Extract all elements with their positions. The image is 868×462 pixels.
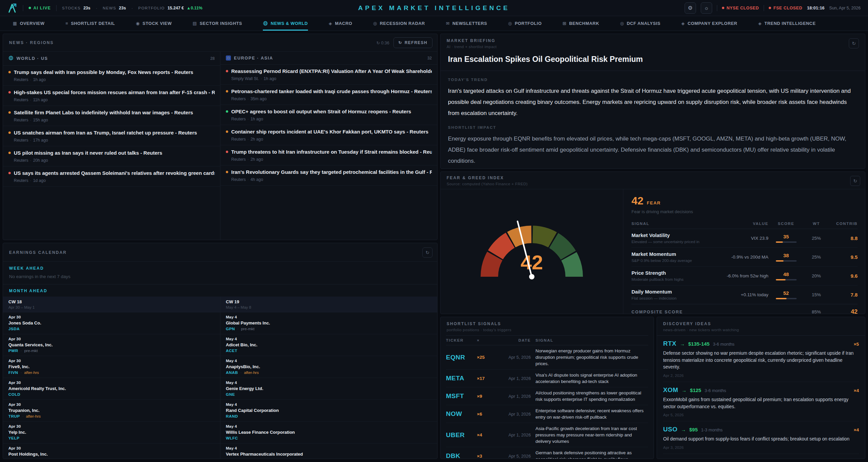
news-item[interactable]: Reassessing Pernod Ricard (ENXTPA:RI) Va… [220,65,437,85]
news-refresh-button[interactable]: ↻REFRESH [394,37,433,48]
news-item[interactable]: US pilot missing as Iran says it never r… [3,146,220,166]
earnings-entry[interactable]: May 4Vertex Pharmaceuticals Incorporated… [220,443,437,459]
news-item[interactable]: US snatches airman from Iran as Trump, I… [3,126,220,146]
shortlist-signal-row[interactable]: META×17Apr 1, 2026Visa's AI dispute tool… [446,369,648,387]
briefing-refresh-button[interactable]: ↻ [849,38,859,48]
tab-label: BENCHMARK [569,21,599,26]
earnings-company: Willis Lease Finance Corporation [226,430,432,435]
earnings-company: Yelp Inc. [8,430,215,435]
earnings-entry[interactable]: Apr 30Five9, Inc.FIVN·after-hrs [3,356,220,378]
signal-multiplier: ×9 [477,394,498,399]
earnings-entry[interactable]: Apr 30Jones Soda Co.JSDA [3,312,220,334]
discovery-ideas-panel: DISCOVERY IDEAS news-driven · new ticker… [657,317,865,459]
earnings-entry[interactable]: Apr 30Post Holdings, Inc.POST·after-hrs [3,443,220,459]
earnings-date: Apr 30 [8,315,215,320]
tab-portfolio[interactable]: ◎PORTFOLIO [508,16,541,31]
shortlist-signal-row[interactable]: NOW×6Apr 3, 2026Enterprise software defe… [446,405,648,423]
idea-ticker: USO [663,426,678,433]
news-source: Reuters [14,118,28,122]
shortlist-impact-text: Energy exposure through EQNR benefits fr… [440,129,865,166]
tab-dcf-analysis[interactable]: ◎DCF ANALYSIS [620,16,660,31]
idea-description: Defense sector showing no war premium de… [663,350,859,371]
fear-greed-body: 42 42 FEAR Fear is driving market decisi… [440,189,865,314]
score-bar-fill [776,279,786,280]
theme-toggle-button[interactable]: ☼ [701,2,712,14]
tab-benchmark[interactable]: ⊞BENCHMARK [562,16,599,31]
gauge-segment [569,256,575,277]
earnings-entry[interactable]: Apr 30Trupanion, Inc.TRUP·after-hrs [3,400,220,422]
news-column-header: EUROPE · ASIA32 [220,52,437,65]
news-item-title: OPEC+ agrees to boost oil output when St… [231,109,411,114]
earnings-entry[interactable]: Apr 30Americold Realty Trust, Inc.COLD [3,378,220,400]
severity-dot-icon [8,91,11,94]
tab-sector-insights[interactable]: ▤SECTOR INSIGHTS [192,16,242,31]
earnings-entry[interactable]: May 4Global Payments Inc.GPN·pre-mkt [220,312,437,334]
earnings-company: Vertex Pharmaceuticals Incorporated [226,452,432,457]
news-item[interactable]: Satellite firm Planet Labs to indefinite… [3,106,220,126]
news-source: Reuters [231,157,246,162]
news-item[interactable]: Container ship reports incident at UAE's… [220,125,437,145]
news-item-title-row: High-stakes US special forces mission re… [8,90,215,95]
earnings-entry[interactable]: Apr 30Yelp Inc.YELP [3,422,220,443]
discovery-idea-card[interactable]: XOM→$1253-6 months×4ExxonMobil gains fro… [663,382,859,421]
news-item-title: Trump says deal with Iran possible by Mo… [14,69,193,75]
discovery-idea-card[interactable]: RTX→$135-1453-6 months×5Defense sector s… [663,336,859,382]
earnings-ticker-line: ANAB·after-hrs [226,370,432,375]
earnings-entry[interactable]: Apr 30Quanta Services, Inc.PWR·pre-mkt [3,334,220,356]
nyse-status: NYSE CLOSED [722,6,759,10]
tab-macro[interactable]: ◈MACRO [329,16,352,31]
tab-company-explorer[interactable]: ◈COMPANY EXPLORER [681,16,737,31]
refresh-icon: ↻ [853,178,857,184]
discovery-idea-card[interactable]: USO→$951-3 months×4Oil demand support fr… [663,421,859,454]
news-source: Reuters [231,137,246,141]
earnings-entry[interactable]: May 4Adicet Bio, Inc.ACET [220,334,437,356]
earnings-ticker: YELP [8,436,20,440]
separator: · [131,5,133,11]
idea-ticker: RTX [663,340,677,347]
settings-button[interactable]: ⚙ [685,2,696,14]
news-regions-panel: NEWS · REGIONS ↻ 0:36 ↻REFRESH WORLD · U… [3,34,437,240]
shortlist-signal-row[interactable]: UBER×4Apr 1, 2026Asia-Pacific growth dec… [446,423,648,447]
shortlist-signal-row[interactable]: DBK×3Apr 5, 2026German bank defensive po… [446,447,648,459]
fear-greed-refresh-button[interactable]: ↻ [850,176,860,186]
news-item[interactable]: Trump says deal with Iran possible by Mo… [3,66,220,86]
news-age: 15h ago [33,118,48,122]
earnings-refresh-button[interactable]: ↻ [423,248,433,258]
news-item[interactable]: Petronas-chartered tanker loaded with Ir… [220,85,437,105]
tab-stock-view[interactable]: ◉STOCK VIEW [136,16,172,31]
composite-weight: 85% [804,309,829,314]
earnings-ticker: ACET [226,348,237,353]
tab-shortlist-detail[interactable]: ≡SHORTLIST DETAIL [65,16,115,31]
earnings-entry[interactable]: May 4Genie Energy Ltd.GNE [220,378,437,400]
earnings-ticker: GNE [226,392,235,397]
globe-icon [263,21,268,26]
earnings-entry[interactable]: May 4Willis Lease Finance CorporationWLF… [220,422,437,443]
news-item[interactable]: US says its agents arrested Qassem Solei… [3,166,220,187]
signal-date: Apr 3, 2026 [498,411,535,417]
tab-news-world[interactable]: NEWS & WORLD [263,16,308,31]
topbar-left: AI LIVE STOCKS23s · NEWS23s · PORTFOLIO1… [7,3,202,13]
tab-trend-intelligence[interactable]: ◈TREND INTELLIGENCE [758,16,816,31]
shortlist-signal-row[interactable]: EQNR×25Apr 5, 2026Norwegian energy produ… [446,345,648,369]
tab-overview[interactable]: ▦OVERVIEW [13,16,44,31]
news-item[interactable]: High-stakes US special forces mission re… [3,86,220,106]
diamond-icon: ◈ [681,21,685,26]
col-score: SCORE [768,222,804,226]
tab-newsletters[interactable]: ✉NEWSLETTERS [446,16,487,31]
news-item[interactable]: OPEC+ agrees to boost oil output when St… [220,105,437,125]
earnings-entry[interactable]: May 4Rand Capital CorporationRAND [220,400,437,422]
signal-value: -6.0% from 52w high [710,273,768,278]
tab-recession-radar[interactable]: ◎RECESSION RADAR [373,16,425,31]
fear-mood-label: FEAR [647,200,661,205]
tab-label: SHORTLIST DETAIL [71,21,115,26]
news-item[interactable]: Trump threatens to hit Iran infrastructu… [220,145,437,165]
left-column: NEWS · REGIONS ↻ 0:36 ↻REFRESH WORLD · U… [3,34,437,459]
shortlist-signal-row[interactable]: MSFT×9Apr 1, 2026AI/cloud positioning st… [446,387,648,405]
gauge-segment [533,234,553,240]
earnings-entry[interactable]: May 4AnaptysBio, Inc.ANAB·after-hrs [220,356,437,378]
earnings-ticker-line: TRUP·after-hrs [8,414,215,419]
news-item[interactable]: Iran's Revolutionary Guards say they tar… [220,165,437,186]
discovery-idea-card[interactable]: GLD→$2152-4 weeks×4Safe-haven gold rally… [663,454,859,459]
shortlist-signals-panel: SHORTLIST SIGNALS portfolio positions · … [440,317,654,459]
discovery-titles: DISCOVERY IDEAS news-driven · new ticker… [663,322,739,332]
